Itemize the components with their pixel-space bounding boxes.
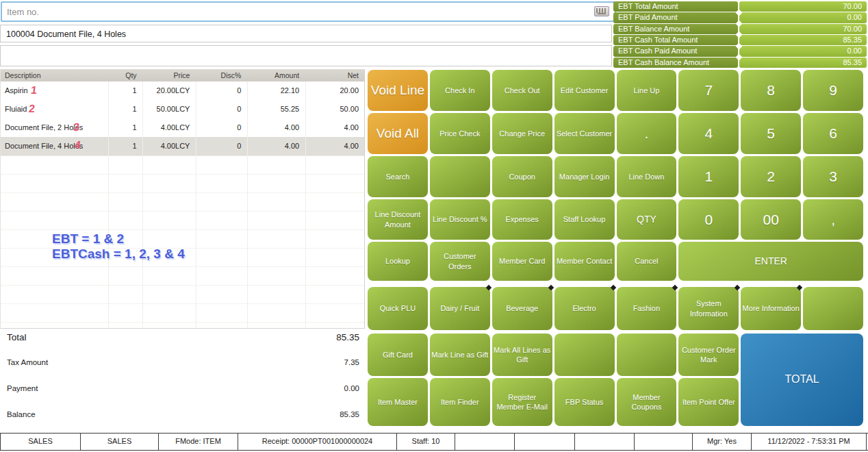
btn-mark-line-as-gift[interactable]: Mark Line as Gift [430,334,490,376]
btn-register-member-email[interactable]: Register Member E-Mail [492,378,552,426]
btn-qty[interactable]: QTY [617,199,677,240]
btn-blank-3[interactable] [554,334,615,376]
annotation-mark-2: 2 [28,103,36,115]
btn-search[interactable]: Search [368,156,428,197]
btn-select-customer[interactable]: Select Customer [554,113,615,154]
table-row[interactable]: Fluiaid150.00LCY055.2550.00 [1,100,364,119]
btn-system-information[interactable]: System Information [678,287,739,330]
status-cell-7 [575,434,635,450]
table-row[interactable]: Document File, 4 Holes14.00LCY04.004.00 [1,137,364,156]
btn-coupon[interactable]: Coupon [492,156,552,197]
btn-manager-login[interactable]: Manager Login [554,156,615,197]
keyboard-icon[interactable] [594,6,609,16]
btn-void-line[interactable]: Void Line [368,70,428,111]
btn-price-check[interactable]: Price Check [430,113,490,154]
btn-item-master[interactable]: Item Master [368,378,428,426]
btn-check-in[interactable]: Check In [430,70,490,111]
annotation-mark-3: 3 [73,121,80,134]
btn-total[interactable]: TOTAL [741,334,863,426]
btn-beverage[interactable]: Beverage [492,287,552,330]
btn-num-0[interactable]: 0 [678,199,739,240]
btn-member-coupons[interactable]: Member Coupons [617,378,677,426]
status-cell-1: SALES [81,434,159,450]
table-cell: 1 [108,118,142,137]
btn-blank-1[interactable] [430,156,490,197]
btn-num-00[interactable]: 00 [741,199,801,240]
btn-fashion[interactable]: Fashion [617,287,677,330]
table-cell: 50.00 [305,100,364,118]
btn-dairy-fruit[interactable]: Dairy / Fruit [430,287,490,330]
btn-num-4[interactable]: 4 [678,113,739,154]
table-column-gridline [142,81,143,328]
btn-num-9[interactable]: 9 [803,70,863,111]
total-value: 85.35 [336,332,359,342]
ebt-label: EBT Cash Total Amount [613,35,738,45]
table-cell: 4.00 [246,118,305,137]
column-header-net: Net [305,69,364,81]
btn-staff-lookup[interactable]: Staff Lookup [554,199,615,240]
btn-blank-2[interactable] [803,287,863,330]
item-number-input[interactable] [1,1,616,22]
status-cell-4: Staff: 10 [397,434,455,450]
btn-num-7[interactable]: 7 [678,70,739,111]
btn-line-down[interactable]: Line Down [617,156,677,197]
btn-mark-all-lines-as-gift[interactable]: Mark All Lines as Gift [492,334,552,376]
annotation-note-ebtcash: EBTCash = 1, 2, 3 & 4 [52,247,185,262]
btn-decimal-point[interactable]: . [617,113,677,154]
btn-void-all[interactable]: Void All [368,113,428,154]
total-row-balance: Balance85.35 [0,410,365,424]
totals-summary: Total85.35Tax Amount7.35Payment0.00Balan… [0,329,365,431]
btn-electro[interactable]: Electro [554,287,615,330]
btn-item-finder[interactable]: Item Finder [430,378,490,426]
table-cell: 1 [108,81,142,100]
annotation-note-ebt: EBT = 1 & 2 [52,231,124,247]
ebt-value: 70.00 [739,1,867,12]
btn-blank-4[interactable] [617,334,677,376]
table-cell: Document File, 2 Holes [1,118,108,137]
btn-line-discount-amount[interactable]: Line Discount Amount [368,199,428,240]
ebt-value: 85.35 [739,58,867,68]
btn-lookup[interactable]: Lookup [368,242,428,281]
btn-item-point-offer[interactable]: Item Point Offer [678,378,739,426]
btn-gift-card[interactable]: Gift Card [368,334,428,376]
btn-member-contact[interactable]: Member Contact [554,242,615,281]
btn-num-6[interactable]: 6 [803,113,863,154]
ebt-label: EBT Balance Amount [613,24,738,34]
table-cell: Fluiaid [1,100,108,118]
btn-more-information[interactable]: More Information [741,287,801,330]
btn-customer-order-mark[interactable]: Customer Order Mark [678,334,739,376]
btn-edit-customer[interactable]: Edit Customer [554,70,615,111]
btn-num-3[interactable]: 3 [803,156,863,197]
column-header-description: Description [1,69,108,81]
table-row[interactable]: Aspirin120.00LCY022.1020.00 [1,81,364,101]
table-cell: 4.00LCY [142,137,196,155]
status-cell-2: FMode: ITEM [159,434,238,450]
btn-num-8[interactable]: 8 [741,70,801,111]
btn-cancel[interactable]: Cancel [617,242,677,281]
pos-application: 100004 Document File, 4 Holes EBT Total … [0,0,868,452]
btn-line-discount-percent[interactable]: Line Discount % [430,199,490,240]
total-label: Tax Amount [7,358,48,366]
btn-member-card[interactable]: Member Card [492,242,552,281]
table-cell: 1 [108,137,142,155]
table-row[interactable]: Document File, 2 Holes14.00LCY04.004.00 [1,118,364,138]
btn-check-out[interactable]: Check Out [492,70,552,111]
btn-line-up[interactable]: Line Up [617,70,677,111]
btn-comma[interactable]: , [803,199,863,240]
btn-quick-plu[interactable]: Quick PLU [368,287,428,330]
btn-fbp-status[interactable]: FBP Status [554,378,615,426]
btn-num-1[interactable]: 1 [678,156,739,197]
btn-num-5[interactable]: 5 [741,113,801,154]
btn-num-2[interactable]: 2 [741,156,801,197]
ebt-value: 70.00 [739,24,867,34]
total-value: 0.00 [344,384,359,392]
ebt-value: 0.00 [739,12,867,23]
btn-customer-orders[interactable]: Customer Orders [430,242,490,281]
ebt-label: EBT Paid Amount [613,12,738,23]
annotation-mark-4: 4 [74,139,81,151]
status-cell-9: Mgr: Yes [693,434,752,450]
btn-enter[interactable]: ENTER [678,242,863,281]
total-label: Balance [7,410,36,418]
btn-change-price[interactable]: Change Price [492,113,552,154]
btn-expenses[interactable]: Expenses [492,199,552,240]
